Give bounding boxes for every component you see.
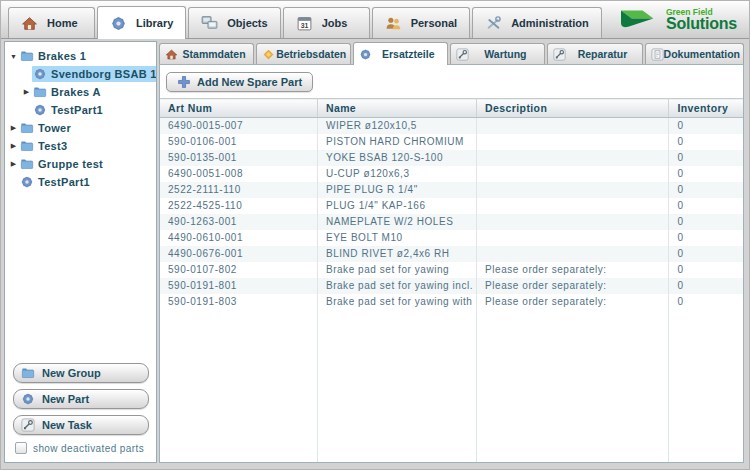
tab-dokumentation[interactable]: Dokumentation [645, 43, 744, 64]
app-window: HomeLibraryObjects31JobsPersonalAdminist… [0, 0, 750, 470]
table-cell: 590-0191-801 [160, 278, 317, 294]
tab-ersatzteile[interactable]: Ersatzteile [353, 42, 448, 65]
nav-tab-label: Library [136, 17, 173, 29]
table-row[interactable]: 4490-0676-001BLIND RIVET ø2,4x6 RH0 [160, 246, 743, 262]
spare-parts-panel: Add New Spare Part Art NumNameDescriptio… [159, 64, 744, 463]
tree-item-svendborg-bsab-120[interactable]: Svendborg BSAB 120 [5, 65, 156, 83]
table-row[interactable]: 4490-0610-001EYE BOLT M100 [160, 230, 743, 246]
table-cell: 0 [669, 198, 743, 214]
table-cell [477, 246, 669, 262]
sidebar: ▼Brakes 1Svendborg BSAB 120▶Brakes ATest… [4, 41, 157, 463]
chevron-right-icon[interactable]: ▶ [8, 124, 19, 132]
new-task-button[interactable]: New Task [13, 415, 149, 435]
table-cell [477, 166, 669, 182]
gear-icon [33, 103, 47, 117]
column-header-name[interactable]: Name [317, 99, 476, 118]
nav-tab-label: Objects [227, 17, 267, 29]
folder-icon [20, 121, 34, 135]
tree-item-gruppe-test[interactable]: ▶Gruppe test [5, 155, 156, 173]
table-row[interactable]: 490-1263-001NAMEPLATE W/2 HOLES0 [160, 214, 743, 230]
wrench-icon [553, 48, 566, 61]
column-header-art-num[interactable]: Art Num [160, 99, 317, 118]
tree-item-testpart1[interactable]: TestPart1 [5, 173, 156, 191]
tree-item-label: TestPart1 [38, 176, 90, 188]
detail-tabbar: StammdatenBetriebsdatenErsatzteileWartun… [159, 41, 744, 64]
show-deactivated-parts-row[interactable]: show deactivated parts [15, 442, 148, 454]
gear-icon [21, 392, 35, 406]
table-cell: Brake pad set for yawing with pad wo [317, 294, 476, 310]
tab-label: Ersatzteile [372, 48, 444, 60]
show-deactivated-checkbox[interactable] [15, 442, 27, 454]
chevron-right-icon[interactable]: ▶ [8, 160, 19, 168]
home-icon [21, 15, 38, 32]
table-cell: Please order separately: [477, 278, 669, 294]
table-cell: NAMEPLATE W/2 HOLES [317, 214, 476, 230]
calendar-day-text: 31 [300, 21, 308, 28]
folder-icon [20, 49, 34, 63]
objects-icon [201, 15, 218, 32]
library-tree: ▼Brakes 1Svendborg BSAB 120▶Brakes ATest… [5, 42, 156, 191]
table-row[interactable]: 6490-0015-007WIPER ø120x10,50 [160, 118, 743, 134]
tab-stammdaten[interactable]: Stammdaten [159, 43, 254, 64]
table-row[interactable]: 2522-4525-110PLUG 1/4" KAP-1660 [160, 198, 743, 214]
show-deactivated-label: show deactivated parts [33, 443, 144, 454]
tree-item-label: Tower [38, 122, 71, 134]
calendar-icon: 31 [296, 15, 313, 32]
tree-item-brakes-a[interactable]: ▶Brakes A [5, 83, 156, 101]
table-cell: PIPE PLUG R 1/4" [317, 182, 476, 198]
button-label: New Group [42, 367, 101, 379]
tree-item-tower[interactable]: ▶Tower [5, 119, 156, 137]
nav-tab-personal[interactable]: Personal [372, 7, 470, 38]
table-cell: 590-0135-001 [160, 150, 317, 166]
table-cell: PISTON HARD CHROMIUM [317, 134, 476, 150]
table-cell: 6490-0015-007 [160, 118, 317, 134]
add-new-spare-part-button[interactable]: Add New Spare Part [166, 72, 313, 92]
table-cell: 590-0191-803 [160, 294, 317, 310]
table-cell [477, 134, 669, 150]
tab-wartung[interactable]: Wartung [450, 43, 545, 64]
table-row[interactable]: 590-0135-001YOKE BSAB 120-S-1000 [160, 150, 743, 166]
table-cell: Please order separately: [477, 294, 669, 310]
chevron-right-icon[interactable]: ▶ [8, 142, 19, 150]
tree-item-testpart1[interactable]: TestPart1 [5, 101, 156, 119]
table-row[interactable]: 590-0106-001PISTON HARD CHROMIUM0 [160, 134, 743, 150]
gear-icon [33, 67, 47, 81]
tab-betriebsdaten[interactable]: Betriebsdaten [256, 43, 351, 64]
column-header-inventory[interactable]: Inventory [669, 99, 743, 118]
new-group-button[interactable]: New Group [13, 363, 149, 383]
table-cell: 0 [669, 246, 743, 262]
plus-icon [177, 75, 191, 89]
table-row[interactable]: 6490-0051-008U-CUP ø120x6,30 [160, 166, 743, 182]
table-row[interactable]: 590-0191-801Brake pad set for yawing inc… [160, 278, 743, 294]
table-row[interactable]: 590-0107-802Brake pad set for yawingPlea… [160, 262, 743, 278]
table-header-row: Art NumNameDescriptionInventory [160, 99, 743, 118]
table-cell: WIPER ø120x10,5 [317, 118, 476, 134]
nav-tab-library[interactable]: Library [97, 6, 186, 39]
table-cell [477, 150, 669, 166]
table-cell: 0 [669, 262, 743, 278]
table-row[interactable]: 590-0191-803Brake pad set for yawing wit… [160, 294, 743, 310]
tree-item-label: Svendborg BSAB 120 [51, 68, 157, 80]
nav-tab-objects[interactable]: Objects [188, 7, 280, 38]
wrench-icon [21, 418, 35, 432]
table-cell [477, 198, 669, 214]
table-cell: 0 [669, 134, 743, 150]
tab-reparatur[interactable]: Reparatur [547, 43, 642, 64]
nav-tab-administration[interactable]: Administration [472, 7, 602, 38]
table-cell: Please order separately: [477, 262, 669, 278]
table-row[interactable]: 2522-2111-110PIPE PLUG R 1/4"0 [160, 182, 743, 198]
table-cell: PLUG 1/4" KAP-166 [317, 198, 476, 214]
column-header-description[interactable]: Description [477, 99, 669, 118]
logo: Green Field Solutions [617, 6, 749, 33]
sidebar-actions: New GroupNew PartNew Task show deactivat… [5, 363, 156, 462]
nav-tab-jobs[interactable]: 31Jobs [283, 7, 370, 38]
chevron-down-icon[interactable]: ▼ [8, 53, 19, 60]
tools-icon [485, 15, 502, 32]
nav-tab-label: Home [47, 17, 78, 29]
new-part-button[interactable]: New Part [13, 389, 149, 409]
table-cell: 0 [669, 118, 743, 134]
tree-item-brakes-1[interactable]: ▼Brakes 1 [5, 47, 156, 65]
nav-tab-home[interactable]: Home [8, 7, 95, 38]
tree-item-test3[interactable]: ▶Test3 [5, 137, 156, 155]
chevron-right-icon[interactable]: ▶ [21, 88, 32, 96]
